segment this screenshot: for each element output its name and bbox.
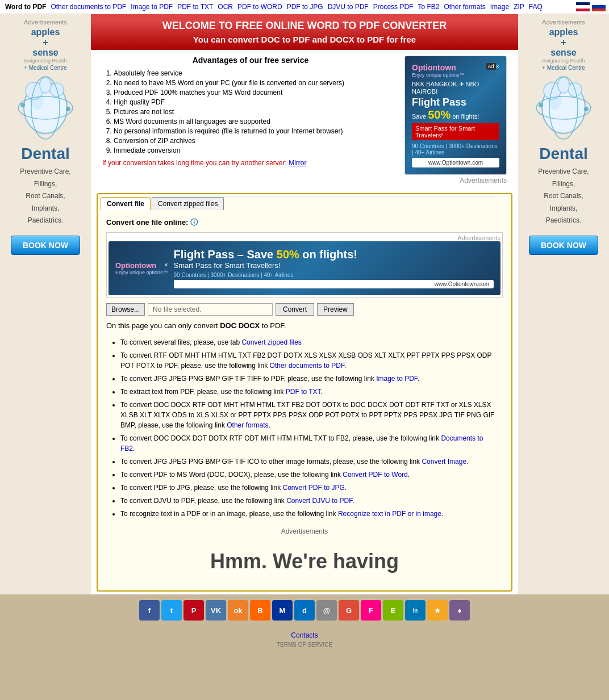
- right-brand-apples: apples+sense: [549, 27, 578, 58]
- pdf-to-jpg-link[interactable]: Convert PDF to JPG: [282, 484, 344, 492]
- flight-cities: BKK BANGKOK ✈ NBO NAIROBI: [412, 81, 499, 95]
- mirror-link[interactable]: Mirror: [289, 159, 306, 167]
- social-linkedin[interactable]: in: [405, 600, 426, 621]
- social-blogger[interactable]: B: [250, 600, 270, 621]
- social-livejournal[interactable]: ♦: [449, 600, 470, 621]
- other-docs-link[interactable]: Other documents to PDF: [270, 362, 344, 370]
- nav-pdf-to-jpg[interactable]: PDF to JPG: [285, 3, 325, 11]
- advantages-title: Advantages of our free service: [102, 56, 399, 65]
- ads-section-title: Advertisements: [404, 177, 507, 185]
- social-bar: f t P VK ok B M d @ G F E in ★ ♦: [0, 594, 609, 626]
- nav-pdf-to-txt[interactable]: PDF to TXT: [176, 3, 215, 11]
- pdf-to-txt-link[interactable]: PDF to TXT: [286, 388, 321, 396]
- optiontown-enjoy: Enjoy unique options™: [412, 72, 465, 78]
- help-icon[interactable]: ⓘ: [190, 218, 198, 227]
- hmm-section: Hmm. We're having: [106, 538, 503, 585]
- inner-ad-close[interactable]: ×: [164, 261, 168, 268]
- advantage-item: MS Word documents in all languages are s…: [114, 118, 399, 125]
- tab-convert-zipped[interactable]: Convert zipped files: [152, 197, 224, 210]
- nav-djvu-to-pdf[interactable]: DJVU to PDF: [326, 3, 370, 11]
- header-banner: WELCOME TO FREE ONLINE WORD TO PDF CONVE…: [91, 14, 518, 50]
- recognize-text-link[interactable]: Recognize text in PDF or in image: [338, 510, 441, 518]
- nav-pdf-to-word[interactable]: PDF to WORD: [236, 3, 284, 11]
- nav-faq[interactable]: FAQ: [527, 3, 544, 11]
- convert-button[interactable]: Convert: [276, 303, 314, 316]
- side-flight-ad: × Optiontown Enjoy unique options™ Ad BK…: [404, 56, 507, 175]
- social-facebook[interactable]: f: [139, 600, 160, 621]
- nav-image-to-pdf[interactable]: Image to PDF: [129, 3, 174, 11]
- social-pinterest[interactable]: P: [183, 600, 204, 621]
- nav-other-formats[interactable]: Other formats: [442, 3, 487, 11]
- convert-one-file-title: Convert one file online: ⓘ: [106, 217, 503, 228]
- tos-link[interactable]: TERMS OF SERVICE: [277, 642, 332, 648]
- list-item: To convert RTF ODT MHT HTM HTML TXT FB2 …: [120, 350, 497, 371]
- right-dental-services: Preventive Care,Fillings,Root Canals,Imp…: [521, 166, 606, 227]
- flag-english[interactable]: [576, 2, 590, 11]
- svg-point-16: [539, 103, 543, 107]
- left-tooth-image: [17, 74, 74, 142]
- social-odnoklassniki[interactable]: ok: [228, 600, 248, 621]
- inner-ad: Advertisements × Optiontown Enjoy unique…: [106, 232, 503, 297]
- flag-russian[interactable]: [592, 2, 606, 11]
- right-dental-ad: Advertisements apples+sense Invigorating…: [521, 19, 606, 255]
- svg-point-4: [40, 77, 51, 93]
- flight-save-label: Save 50% on flights!: [412, 108, 499, 121]
- tab-bar: Convert file Convert zipped files: [101, 197, 508, 210]
- convert-section: Convert file Convert zipped files Conver…: [97, 193, 512, 592]
- hmm-title: Hmm. We're having: [118, 550, 491, 573]
- list-item: To convert DOC DOCX DOT DOTX RTF ODT MHT…: [120, 433, 497, 454]
- left-book-button[interactable]: BOOK NOW: [11, 236, 80, 255]
- image-to-pdf-link[interactable]: Image to PDF: [376, 375, 418, 383]
- side-ad-area: × Optiontown Enjoy unique options™ Ad BK…: [404, 56, 507, 185]
- inner-brand: Optiontown: [115, 261, 168, 270]
- nav-to-fb2[interactable]: To FB2: [416, 3, 441, 11]
- list-item: To convert PDF to MS Word (DOC, DOCX), p…: [120, 470, 497, 480]
- nav-word-to-pdf[interactable]: Word to PDF: [3, 3, 48, 11]
- flight-website: www.Optiontown.com: [412, 158, 499, 167]
- right-medical-centre: + Medical Centre: [521, 65, 606, 71]
- footer: Contacts TERMS OF SERVICE: [0, 626, 609, 652]
- convert-image-link[interactable]: Convert Image: [422, 458, 466, 466]
- convert-zipped-link[interactable]: Convert zipped files: [241, 338, 301, 346]
- social-gmail[interactable]: G: [339, 600, 359, 621]
- navigation-bar: Word to PDF Other documents to PDF Image…: [0, 0, 609, 14]
- pdf-to-word-link[interactable]: Convert PDF to Word: [343, 471, 407, 479]
- optiontown-brand: Optiontown: [412, 63, 465, 72]
- left-medical-centre: + Medical Centre: [3, 65, 88, 71]
- inner-flight-sub: Smart Pass for Smart Travellers!: [174, 261, 494, 270]
- nav-ocr[interactable]: OCR: [216, 3, 235, 11]
- social-flipboard[interactable]: F: [361, 600, 381, 621]
- nav-zip[interactable]: ZIP: [512, 3, 526, 11]
- left-dental-title: Dental: [3, 145, 88, 163]
- language-selector: [576, 2, 606, 11]
- social-evernote[interactable]: E: [383, 600, 403, 621]
- list-item: To convert JPG JPEG PNG BMP GIF TIF TIFF…: [120, 374, 497, 384]
- site-subtitle: You can convert DOC to PDF and DOCX to P…: [97, 35, 512, 44]
- contacts-link[interactable]: Contacts: [291, 631, 318, 639]
- nav-other-docs[interactable]: Other documents to PDF: [49, 3, 128, 11]
- svg-point-17: [584, 107, 589, 111]
- social-digg[interactable]: d: [294, 600, 315, 621]
- inner-flight-countries: 90 Countries | 3000+ Destinations | 40+ …: [174, 272, 494, 278]
- left-dental-services: Preventive Care,Fillings,Root Canals,Imp…: [3, 166, 88, 227]
- inner-flight-headline: Flight Pass – Save 50% on flights!: [174, 248, 494, 261]
- left-dental-ad: Advertisements apples+sense Invigorating…: [3, 19, 88, 255]
- social-vkontakte[interactable]: VK: [206, 600, 226, 621]
- preview-button[interactable]: Preview: [317, 303, 354, 316]
- other-formats-link[interactable]: Other formats: [227, 421, 268, 429]
- nav-process-pdf[interactable]: Process PDF: [372, 3, 415, 11]
- browse-button[interactable]: Browse...: [106, 303, 145, 316]
- social-stumbleupon[interactable]: ★: [427, 600, 448, 621]
- right-advertisement: Advertisements apples+sense Invigorating…: [518, 14, 609, 594]
- social-twitter[interactable]: t: [161, 600, 182, 621]
- nav-image[interactable]: Image: [489, 3, 511, 11]
- social-email[interactable]: @: [316, 600, 337, 621]
- docs-to-fb2-link[interactable]: Documents to FB2: [120, 434, 483, 452]
- right-book-button[interactable]: BOOK NOW: [529, 236, 598, 255]
- inner-flight-website: www.Optiontown.com: [174, 280, 494, 288]
- social-myspace[interactable]: M: [272, 600, 293, 621]
- info-list: To convert several files, please, use ta…: [112, 337, 497, 519]
- djvu-to-pdf-link[interactable]: Convert DJVU to PDF: [286, 497, 352, 505]
- tab-convert-file[interactable]: Convert file: [101, 197, 151, 210]
- ad-close[interactable]: ×: [496, 63, 499, 70]
